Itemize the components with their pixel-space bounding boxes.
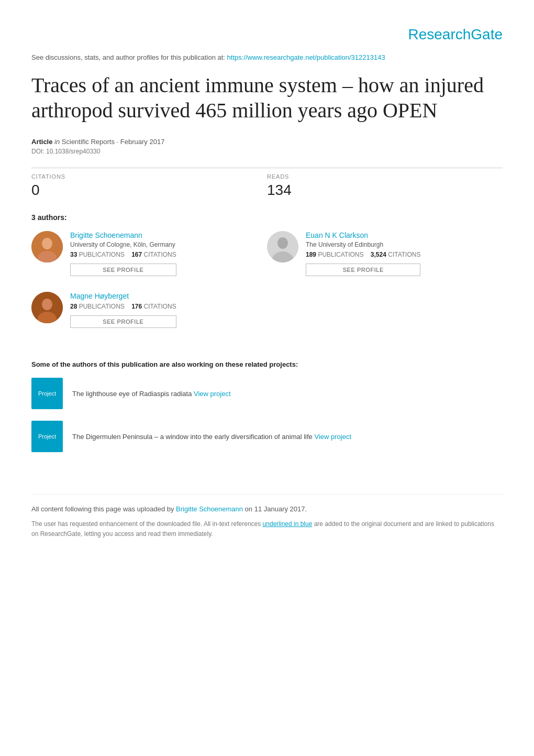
project-2-view-link[interactable]: View project bbox=[314, 433, 351, 441]
magne-cites: 176 bbox=[131, 303, 142, 310]
see-profile-brigitte[interactable]: SEE PROFILE bbox=[70, 264, 176, 276]
author-affiliation-brigitte: University of Cologne, Köln, Germany bbox=[70, 241, 176, 248]
upload-text-before: All content following this page was uplo… bbox=[31, 505, 176, 513]
author-card-euan: Euan N K Clarkson The University of Edin… bbox=[267, 231, 503, 276]
author-affiliation-euan: The University of Edinburgh bbox=[306, 241, 420, 248]
avatar-brigitte bbox=[31, 231, 63, 262]
author-info-euan: Euan N K Clarkson The University of Edin… bbox=[306, 231, 420, 276]
article-type: Article bbox=[31, 138, 52, 146]
footer-disclaimer: The user has requested enhancement of th… bbox=[31, 519, 503, 539]
project-badge-2: Project bbox=[31, 421, 63, 452]
citations-value: 0 bbox=[31, 182, 267, 199]
upload-text-after: on 11 January 2017. bbox=[243, 505, 307, 513]
magne-cites-label: CITATIONS bbox=[144, 303, 176, 310]
reads-value: 134 bbox=[267, 182, 503, 199]
euan-cites-label: CITATIONS bbox=[388, 251, 420, 258]
authors-grid: Brigitte Schoenemann University of Colog… bbox=[31, 231, 503, 344]
author-info-brigitte: Brigitte Schoenemann University of Colog… bbox=[70, 231, 176, 276]
author-card-magne: Magne Høyberget 28 PUBLICATIONS 176 CITA… bbox=[31, 292, 503, 328]
project-text-1: The lighthouse eye of Radiaspis radiata … bbox=[72, 390, 231, 398]
disclaimer-text-before: The user has requested enhancement of th… bbox=[31, 520, 263, 528]
related-projects-section: Some of the authors of this publication … bbox=[31, 360, 503, 452]
author-name-euan[interactable]: Euan N K Clarkson bbox=[306, 231, 420, 239]
citations-col: CITATIONS 0 bbox=[31, 168, 267, 199]
article-title: Traces of an ancient immune system – how… bbox=[31, 73, 503, 123]
author-stats-magne: 28 PUBLICATIONS 176 CITATIONS bbox=[70, 303, 176, 310]
authors-section: 3 authors: Brigitte Schoenemann Universi… bbox=[31, 213, 503, 344]
project-2-text-before: The Digermulen Peninsula – a window into… bbox=[72, 433, 314, 441]
logo-area: ResearchGate bbox=[31, 16, 503, 53]
avatar-brigitte-img bbox=[31, 231, 63, 262]
magne-pubs: 28 bbox=[70, 303, 77, 310]
project-1-view-link[interactable]: View project bbox=[194, 390, 231, 398]
citations-label: CITATIONS bbox=[31, 173, 267, 180]
brigitte-cites-label: CITATIONS bbox=[144, 251, 176, 258]
project-item-2: Project The Digermulen Peninsula – a win… bbox=[31, 421, 503, 452]
svg-point-1 bbox=[42, 238, 52, 249]
project-text-2: The Digermulen Peninsula – a window into… bbox=[72, 433, 351, 441]
top-link-bar: See discussions, stats, and author profi… bbox=[31, 53, 503, 61]
euan-pubs: 189 bbox=[306, 251, 316, 258]
disclaimer-link[interactable]: underlined in blue bbox=[263, 520, 313, 528]
avatar-euan bbox=[267, 231, 298, 262]
brigitte-pubs-label: PUBLICATIONS bbox=[79, 251, 125, 258]
author-name-brigitte[interactable]: Brigitte Schoenemann bbox=[70, 231, 176, 239]
article-in: in bbox=[54, 138, 62, 146]
article-journal: Scientific Reports · February 2017 bbox=[62, 138, 165, 146]
article-doi: DOI: 10.1038/srep40330 bbox=[31, 148, 503, 155]
reads-col: READS 134 bbox=[267, 168, 503, 199]
stats-row: CITATIONS 0 READS 134 bbox=[31, 168, 503, 199]
euan-pubs-label: PUBLICATIONS bbox=[318, 251, 363, 258]
article-meta: Article in Scientific Reports · February… bbox=[31, 138, 503, 146]
brigitte-pubs: 33 bbox=[70, 251, 77, 258]
reads-label: READS bbox=[267, 173, 503, 180]
related-projects-heading: Some of the authors of this publication … bbox=[31, 360, 503, 368]
author-card-brigitte: Brigitte Schoenemann University of Colog… bbox=[31, 231, 267, 276]
researchgate-logo: ResearchGate bbox=[408, 26, 503, 42]
project-item-1: Project The lighthouse eye of Radiaspis … bbox=[31, 378, 503, 409]
project-badge-label-2: Project bbox=[38, 433, 56, 440]
euan-cites: 3,524 bbox=[371, 251, 386, 258]
project-1-text-before: The lighthouse eye of Radiaspis radiata bbox=[72, 390, 194, 398]
footer-upload-text: All content following this page was uplo… bbox=[31, 505, 503, 513]
top-link-text-before: See discussions, stats, and author profi… bbox=[31, 53, 227, 61]
see-profile-magne[interactable]: SEE PROFILE bbox=[70, 315, 176, 328]
avatar-magne bbox=[31, 292, 63, 323]
uploader-link[interactable]: Brigitte Schoenemann bbox=[176, 505, 243, 513]
avatar-magne-img bbox=[31, 292, 63, 323]
publication-url[interactable]: https://www.researchgate.net/publication… bbox=[227, 53, 385, 61]
project-badge-1: Project bbox=[31, 378, 63, 409]
author-name-magne[interactable]: Magne Høyberget bbox=[70, 292, 176, 300]
magne-pubs-label: PUBLICATIONS bbox=[79, 303, 125, 310]
authors-heading: 3 authors: bbox=[31, 213, 503, 222]
avatar-euan-svg bbox=[267, 231, 298, 262]
brigitte-cites: 167 bbox=[131, 251, 142, 258]
footer-area: All content following this page was uplo… bbox=[31, 494, 503, 539]
project-badge-label-1: Project bbox=[38, 390, 56, 397]
svg-point-4 bbox=[277, 237, 288, 249]
author-stats-euan: 189 PUBLICATIONS 3,524 CITATIONS bbox=[306, 251, 420, 258]
author-info-magne: Magne Høyberget 28 PUBLICATIONS 176 CITA… bbox=[70, 292, 176, 328]
author-stats-brigitte: 33 PUBLICATIONS 167 CITATIONS bbox=[70, 251, 176, 258]
svg-point-7 bbox=[42, 299, 52, 310]
see-profile-euan[interactable]: SEE PROFILE bbox=[306, 264, 420, 276]
